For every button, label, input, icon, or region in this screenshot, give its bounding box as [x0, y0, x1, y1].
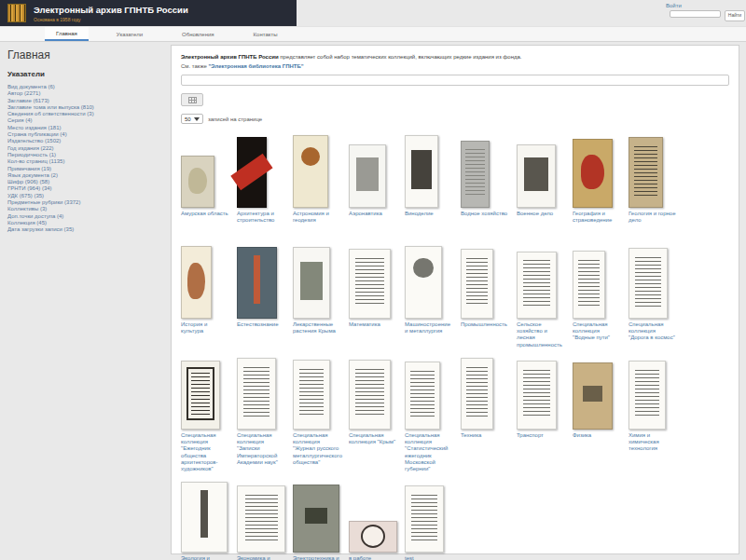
collection-label[interactable]: Естествознание — [237, 321, 293, 349]
collection-label[interactable]: Специальная коллекция "Журнал русского м… — [293, 432, 349, 466]
collection-item[interactable]: Электротехника и энергетика — [293, 478, 349, 560]
main-search-input[interactable] — [181, 75, 729, 86]
collection-cover[interactable] — [349, 249, 391, 319]
collection-cover[interactable] — [405, 485, 444, 553]
facet-link[interactable]: Примечания (19) — [7, 166, 168, 172]
facet-link[interactable]: Место издания (181) — [7, 125, 168, 131]
facet-link[interactable]: Язык документа (2) — [7, 172, 168, 179]
collection-cover[interactable] — [573, 362, 613, 430]
collection-item[interactable]: Аэронавтика — [349, 133, 405, 239]
collection-label[interactable]: Специальная коллекция "Ежегодник обществ… — [181, 432, 237, 472]
facet-link[interactable]: Шифр (906) (58) — [7, 179, 168, 185]
facet-link[interactable]: Год издания (222) — [7, 145, 168, 152]
collection-cover[interactable] — [573, 139, 613, 208]
collection-cover[interactable] — [461, 249, 493, 319]
collection-item[interactable]: Экология и природопользование — [181, 478, 237, 560]
collection-item[interactable]: Специальная коллекция "Записки Император… — [237, 355, 293, 472]
collection-label[interactable]: Архитектура и строительство — [237, 211, 293, 239]
collection-label[interactable]: Электротехника и энергетика — [293, 555, 349, 560]
facet-link[interactable]: Страна публикации (4) — [7, 131, 168, 138]
collection-cover[interactable] — [349, 360, 391, 430]
collection-cover[interactable] — [461, 358, 493, 430]
collection-item[interactable]: Астрономия и геодезия — [293, 133, 349, 239]
collection-label[interactable]: Физика — [573, 432, 629, 460]
facet-link[interactable]: ГРНТИ (964) (34) — [7, 185, 168, 192]
collection-cover[interactable] — [629, 137, 663, 208]
collection-item[interactable]: История и культура — [181, 244, 237, 349]
collection-item[interactable]: Специальная коллекция "Ежегодник обществ… — [181, 355, 237, 472]
collection-item[interactable]: Специальная коллекция "Дорога в космос" — [629, 244, 684, 349]
collection-label[interactable]: Лекарственные растения Крыма — [293, 321, 349, 349]
collection-cover[interactable] — [517, 252, 557, 319]
collection-label[interactable]: Астрономия и геодезия — [293, 211, 349, 239]
collection-cover[interactable] — [237, 137, 267, 208]
collection-cover[interactable] — [405, 362, 440, 430]
collection-cover[interactable] — [349, 521, 397, 553]
facet-link[interactable]: УДК (675) (35) — [7, 193, 168, 199]
collection-cover[interactable] — [629, 361, 666, 430]
collection-item[interactable]: test — [405, 478, 461, 560]
facet-link[interactable]: Заглавие (6173) — [7, 98, 168, 104]
collection-label[interactable]: Техника — [461, 432, 517, 460]
collection-cover[interactable] — [181, 361, 220, 430]
facet-link[interactable]: Коллективы (3) — [7, 206, 168, 212]
collection-label[interactable]: Машиностроение и металлургия — [405, 321, 461, 349]
facet-link[interactable]: Предметные рубрики (3372) — [7, 199, 168, 206]
collection-item[interactable]: Физика — [573, 355, 629, 472]
collection-item[interactable]: Специальная коллекция "Статистический еж… — [405, 355, 461, 472]
collection-item[interactable]: Химия и химическая технология — [629, 355, 684, 472]
collection-item[interactable]: Специальная коллекция "Крым" — [349, 355, 405, 472]
tab-2[interactable]: Обновления — [171, 27, 226, 41]
collection-label[interactable]: Амурская область — [181, 211, 237, 239]
facet-link[interactable]: Дата загрузки записи (35) — [7, 226, 168, 233]
collection-cover[interactable] — [237, 358, 276, 430]
collection-cover[interactable] — [349, 144, 386, 208]
collection-label[interactable]: Специальная коллекция "Крым" — [349, 432, 405, 460]
collection-item[interactable]: Машиностроение и металлургия — [405, 244, 461, 349]
collection-item[interactable]: География и страноведение — [573, 133, 629, 239]
collection-label[interactable]: Геология и горное дело — [629, 211, 684, 239]
collection-item[interactable]: Амурская область — [181, 133, 237, 239]
facet-link[interactable]: Вид документа (6) — [7, 84, 168, 90]
collection-label[interactable]: Сельское хозяйство и лесная промышленнос… — [517, 321, 573, 349]
header-search-button[interactable]: Найти — [725, 10, 745, 21]
collection-label[interactable]: Промышленность — [461, 321, 517, 349]
facet-link[interactable]: Коллекция (45) — [7, 220, 168, 226]
collection-item[interactable]: Техника — [461, 355, 517, 472]
collection-item[interactable]: Математика — [349, 244, 405, 349]
collection-item[interactable]: в работе — [349, 478, 405, 560]
collection-label[interactable]: test — [405, 555, 461, 560]
collection-cover[interactable] — [181, 246, 212, 319]
facet-link[interactable]: Автор (2271) — [7, 90, 168, 97]
collection-label[interactable]: Транспорт — [517, 432, 573, 460]
collection-label[interactable]: Водное хозяйство — [461, 211, 517, 239]
collection-item[interactable]: Промышленность — [461, 244, 517, 349]
collection-label[interactable]: в работе — [349, 555, 405, 560]
collection-item[interactable]: Экономика и промышленная безопасность — [237, 478, 293, 560]
collection-item[interactable]: Сельское хозяйство и лесная промышленнос… — [517, 244, 573, 349]
facet-link[interactable]: Заглавие тома или выпуска (810) — [7, 104, 168, 111]
collection-item[interactable]: Геология и горное дело — [629, 133, 684, 239]
facet-link[interactable]: Сведения об ответственности (3) — [7, 111, 168, 117]
collection-item[interactable]: Естествознание — [237, 244, 293, 349]
collection-cover[interactable] — [181, 156, 214, 208]
collection-label[interactable]: Специальная коллекция "Записки Император… — [237, 432, 293, 466]
collection-label[interactable]: Экология и природопользование — [181, 555, 237, 560]
view-grid-button[interactable] — [181, 93, 203, 106]
header-search-input[interactable] — [670, 10, 721, 18]
collection-item[interactable]: Специальная коллекция "Водные пути" — [573, 244, 629, 349]
facet-link[interactable]: Кол-во страниц (1135) — [7, 158, 168, 165]
tab-0[interactable]: Главная — [45, 27, 89, 41]
collection-cover[interactable] — [293, 485, 339, 553]
collection-label[interactable]: Химия и химическая технология — [629, 432, 684, 460]
collection-cover[interactable] — [517, 144, 556, 208]
collection-cover[interactable] — [237, 485, 285, 553]
login-link[interactable]: Войти — [666, 3, 682, 8]
collection-cover[interactable] — [293, 360, 330, 430]
collection-cover[interactable] — [405, 135, 438, 208]
collection-item[interactable]: Водное хозяйство — [461, 133, 517, 239]
collection-cover[interactable] — [629, 248, 668, 319]
collection-item[interactable]: Военное дело — [517, 133, 573, 239]
collection-label[interactable]: Специальная коллекция "Статистический еж… — [405, 432, 461, 472]
collection-label[interactable]: Аэронавтика — [349, 211, 405, 239]
